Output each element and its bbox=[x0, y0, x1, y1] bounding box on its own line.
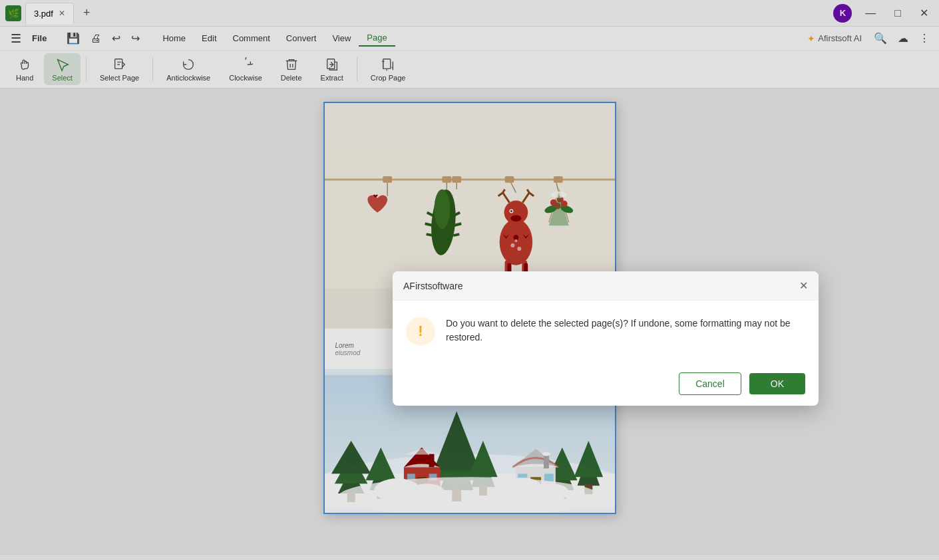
dialog-message: Do you want to delete the selected page(… bbox=[446, 317, 805, 345]
dialog-warning-icon-container: ! bbox=[406, 317, 435, 346]
delete-confirmation-dialog: AFirstsoftware ✕ ! Do you want to delete… bbox=[393, 271, 819, 406]
cancel-button[interactable]: Cancel bbox=[679, 372, 741, 395]
dialog-body: ! Do you want to delete the selected pag… bbox=[393, 301, 819, 362]
ok-button[interactable]: OK bbox=[749, 373, 805, 394]
dialog-footer: Cancel OK bbox=[393, 362, 819, 406]
warning-icon: ! bbox=[418, 323, 423, 340]
dialog-title: AFirstsoftware bbox=[403, 281, 463, 291]
dialog-header: AFirstsoftware ✕ bbox=[393, 271, 819, 301]
dialog-close-button[interactable]: ✕ bbox=[799, 279, 808, 292]
dialog-overlay: AFirstsoftware ✕ ! Do you want to delete… bbox=[0, 0, 939, 560]
